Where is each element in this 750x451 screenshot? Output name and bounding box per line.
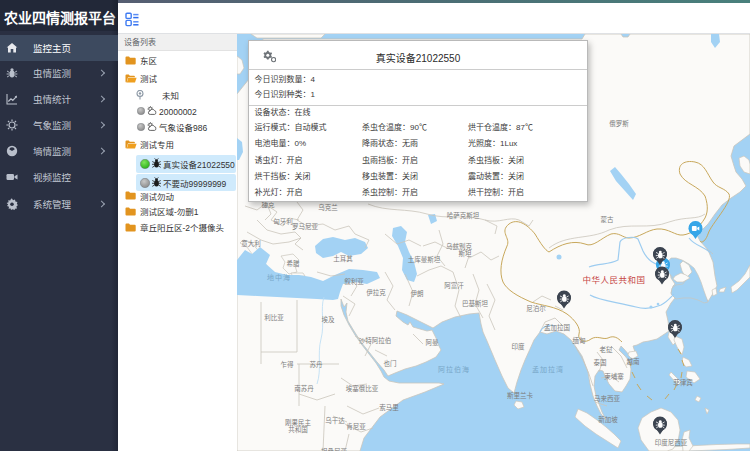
svg-text:俄罗斯: 俄罗斯 [609, 118, 629, 128]
svg-text:匈牙利: 匈牙利 [273, 216, 293, 226]
svg-text:索马里: 索马里 [379, 402, 399, 412]
svg-text:南苏丹: 南苏丹 [294, 383, 314, 393]
svg-text:土库曼斯坦: 土库曼斯坦 [408, 254, 441, 264]
svg-text:中华人民共和国: 中华人民共和国 [582, 273, 645, 285]
svg-text:共和国: 共和国 [288, 424, 308, 434]
svg-text:印度尼西亚: 印度尼西亚 [655, 437, 688, 447]
svg-text:埃塞俄比亚: 埃塞俄比亚 [346, 383, 379, 393]
svg-text:苏丹: 苏丹 [310, 359, 324, 369]
svg-text:叙利亚: 叙利亚 [344, 276, 364, 286]
svg-text:尼泊尔: 尼泊尔 [526, 303, 546, 313]
svg-text:孟加拉国: 孟加拉国 [544, 322, 570, 332]
svg-text:斯坦: 斯坦 [459, 248, 473, 258]
svg-text:斯里兰卡: 斯里兰卡 [507, 390, 534, 400]
svg-text:埃及: 埃及 [322, 314, 336, 324]
svg-text:菲律宾: 菲律宾 [673, 377, 693, 387]
svg-text:乌克兰: 乌克兰 [318, 202, 338, 212]
svg-text:乍得: 乍得 [281, 359, 295, 369]
svg-text:巴基斯坦: 巴基斯坦 [462, 298, 489, 308]
svg-text:希腊: 希腊 [287, 258, 301, 268]
svg-text:阿富汗: 阿富汗 [444, 280, 464, 290]
svg-text:罗马尼亚: 罗马尼亚 [292, 221, 319, 231]
svg-text:蒙古: 蒙古 [601, 214, 615, 224]
svg-text:柬埔寨: 柬埔寨 [604, 371, 624, 381]
svg-text:肯尼亚: 肯尼亚 [346, 421, 366, 431]
svg-text:意大利: 意大利 [241, 238, 261, 248]
svg-text:伊朗: 伊朗 [411, 288, 424, 298]
svg-text:伊拉克: 伊拉克 [366, 287, 386, 297]
svg-text:乌干达: 乌干达 [325, 415, 345, 425]
svg-text:阿曼: 阿曼 [426, 337, 440, 347]
svg-text:土耳其: 土耳其 [333, 253, 353, 263]
svg-text:孟加拉湾: 孟加拉湾 [532, 364, 564, 374]
svg-text:地中海: 地中海 [267, 272, 291, 282]
svg-text:马来西亚: 马来西亚 [594, 393, 621, 403]
svg-text:老挝: 老挝 [600, 344, 614, 354]
svg-text:也门: 也门 [384, 358, 397, 368]
svg-text:印度: 印度 [512, 341, 526, 351]
svg-text:阿拉伯海: 阿拉伯海 [438, 364, 470, 374]
svg-text:缅甸: 缅甸 [573, 335, 586, 345]
svg-text:利比亚: 利比亚 [264, 312, 284, 322]
svg-text:哈萨克斯坦: 哈萨克斯坦 [447, 210, 480, 220]
svg-text:泰国: 泰国 [594, 357, 607, 367]
svg-text:新加坡: 新加坡 [598, 414, 618, 424]
svg-text:越南: 越南 [627, 356, 641, 366]
svg-text:坦桑尼亚: 坦桑尼亚 [321, 446, 348, 451]
svg-text:沙特阿拉伯: 沙特阿拉伯 [359, 335, 392, 345]
